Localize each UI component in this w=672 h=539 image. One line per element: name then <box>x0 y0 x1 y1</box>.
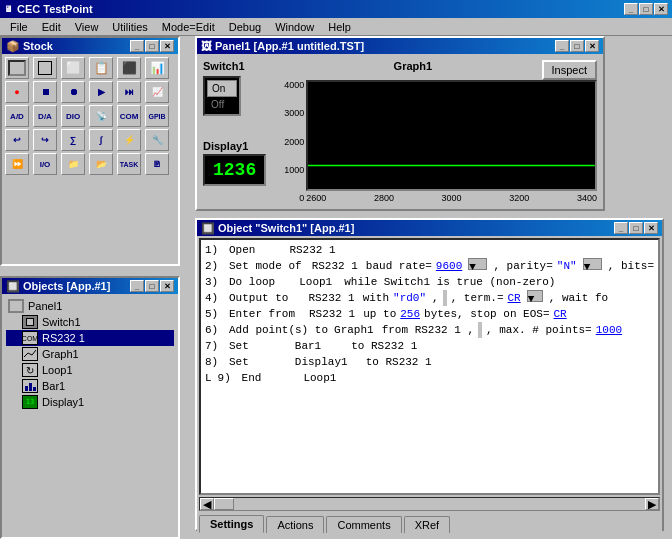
stock-btn-ad[interactable]: A/D <box>5 105 29 127</box>
menu-view[interactable]: View <box>69 20 105 34</box>
code-line-2: 2) Set mode of RS232 1 baud rate=9600 ▼ … <box>205 258 654 274</box>
panel1-window-icon: 🖼 <box>201 40 212 52</box>
stock-btn-19[interactable]: 🔧 <box>145 129 169 151</box>
menu-file[interactable]: File <box>4 20 34 34</box>
stock-btn-8[interactable]: ⏹ <box>33 81 57 103</box>
scroll-right-button[interactable]: ▶ <box>645 498 659 510</box>
stock-btn-6[interactable]: 📊 <box>145 57 169 79</box>
baud-dropdown[interactable]: ▼ <box>468 258 487 270</box>
stock-btn-22[interactable]: 📂 <box>89 153 113 175</box>
scroll-left-button[interactable]: ◀ <box>200 498 214 510</box>
stock-title-label: Stock <box>23 40 53 52</box>
object-display1[interactable]: 13 Display1 <box>6 394 174 410</box>
panel1-maximize[interactable]: □ <box>570 40 584 52</box>
stock-btn-2[interactable] <box>33 57 57 79</box>
scroll-thumb-h[interactable] <box>214 498 234 510</box>
x-label-3000: 3000 <box>442 193 462 203</box>
stock-btn-13[interactable]: 📡 <box>89 105 113 127</box>
stock-btn-da[interactable]: D/A <box>33 105 57 127</box>
graph-canvas <box>306 80 597 191</box>
object-switch1[interactable]: Switch1 <box>6 314 174 330</box>
close-button[interactable]: ✕ <box>654 3 668 15</box>
stock-close[interactable]: ✕ <box>160 40 174 52</box>
stock-btn-17[interactable]: ∫ <box>89 129 113 151</box>
object-display1-label: Display1 <box>42 396 84 408</box>
stock-btn-task[interactable]: TASK <box>117 153 141 175</box>
stock-btn-21[interactable]: 📁 <box>61 153 85 175</box>
menu-debug[interactable]: Debug <box>223 20 267 34</box>
objects-close[interactable]: ✕ <box>160 280 174 292</box>
panel1-close[interactable]: ✕ <box>585 40 599 52</box>
objects-panel: 🔲 Objects [App.#1] _ □ ✕ Panel1 Switch1 <box>0 276 180 539</box>
menu-edit[interactable]: Edit <box>36 20 67 34</box>
stock-btn-15[interactable]: ↪ <box>33 129 57 151</box>
stock-btn-10[interactable]: ▶ <box>89 81 113 103</box>
x-axis-labels: 2600 2800 3000 3200 3400 <box>306 193 597 203</box>
stock-maximize[interactable]: □ <box>145 40 159 52</box>
stock-btn-3[interactable]: ⬜ <box>61 57 85 79</box>
stock-btn-dio[interactable]: DIO <box>61 105 85 127</box>
menu-help[interactable]: Help <box>322 20 357 34</box>
code-line-6: 6) Add point(s) to Graph1 from RS232 1 ,… <box>205 322 654 338</box>
object-bar1[interactable]: Bar1 <box>6 378 174 394</box>
y-label-1000: 1000 <box>284 165 304 175</box>
stock-btn-20[interactable]: ⏩ <box>5 153 29 175</box>
y-label-0: 0 <box>299 193 304 203</box>
stock-btn-gpib[interactable]: GPIB <box>145 105 169 127</box>
objects-minimize[interactable]: _ <box>130 280 144 292</box>
switch1-minimize[interactable]: _ <box>614 222 628 234</box>
code-line-8: 8) Set Display1 to RS232 1 <box>205 354 654 370</box>
objects-title-label: Objects [App.#1] <box>23 280 110 292</box>
x-label-3400: 3400 <box>577 193 597 203</box>
inspect-button[interactable]: Inspect <box>542 60 597 80</box>
panel1-title-label: Panel1 [App.#1 untitled.TST] <box>215 40 364 52</box>
object-loop1-label: Loop1 <box>42 364 73 376</box>
tab-xref[interactable]: XRef <box>404 516 450 533</box>
menu-window[interactable]: Window <box>269 20 320 34</box>
stock-btn-com[interactable]: COM <box>117 105 141 127</box>
stock-btn-23[interactable]: 🖹 <box>145 153 169 175</box>
switch-on-button[interactable]: On <box>207 80 237 97</box>
object-panel1[interactable]: Panel1 <box>6 298 174 314</box>
minimize-button[interactable]: _ <box>624 3 638 15</box>
rs232-icon: COM <box>22 331 38 345</box>
object-loop1[interactable]: ↻ Loop1 <box>6 362 174 378</box>
stock-btn-16[interactable]: ∑ <box>61 129 85 151</box>
tab-settings[interactable]: Settings <box>199 515 264 533</box>
switch1-close[interactable]: ✕ <box>644 222 658 234</box>
menu-utilities[interactable]: Utilities <box>106 20 153 34</box>
switch1-window-icon: 🔲 <box>201 222 215 235</box>
stock-btn-14[interactable]: ↩ <box>5 129 29 151</box>
parity-dropdown[interactable]: ▼ <box>583 258 602 270</box>
panel1-icon <box>8 299 24 313</box>
code-line-9: L 9) End Loop1 <box>205 370 654 386</box>
stock-btn-4[interactable]: 📋 <box>89 57 113 79</box>
stock-minimize[interactable]: _ <box>130 40 144 52</box>
menu-mode[interactable]: Mode=Edit <box>156 20 221 34</box>
stock-btn-12[interactable]: 📈 <box>145 81 169 103</box>
tab-comments[interactable]: Comments <box>326 516 401 533</box>
object-rs232[interactable]: COM RS232 1 <box>6 330 174 346</box>
tab-actions[interactable]: Actions <box>266 516 324 533</box>
object-bar1-label: Bar1 <box>42 380 65 392</box>
object-graph1[interactable]: Graph1 <box>6 346 174 362</box>
switch-off-label: Off <box>207 97 237 112</box>
stock-btn-18[interactable]: ⚡ <box>117 129 141 151</box>
display1-icon: 13 <box>22 395 38 409</box>
panel1-minimize[interactable]: _ <box>555 40 569 52</box>
switch1-icon <box>22 315 38 329</box>
stock-btn-7[interactable]: ● <box>5 81 29 103</box>
stock-btn-io[interactable]: I/O <box>33 153 57 175</box>
term-dropdown[interactable]: ▼ <box>527 290 543 302</box>
x-label-2600: 2600 <box>306 193 326 203</box>
stock-btn-9[interactable]: ⏺ <box>61 81 85 103</box>
switch1-maximize[interactable]: □ <box>629 222 643 234</box>
objects-maximize[interactable]: □ <box>145 280 159 292</box>
bar1-icon <box>22 379 38 393</box>
stock-btn-1[interactable] <box>5 57 29 79</box>
horizontal-scrollbar[interactable]: ◀ ▶ <box>199 497 660 511</box>
stock-btn-11[interactable]: ⏭ <box>117 81 141 103</box>
stock-title-bar: 📦 Stock _ □ ✕ <box>2 38 178 54</box>
maximize-button[interactable]: □ <box>639 3 653 15</box>
stock-btn-5[interactable]: ⬛ <box>117 57 141 79</box>
